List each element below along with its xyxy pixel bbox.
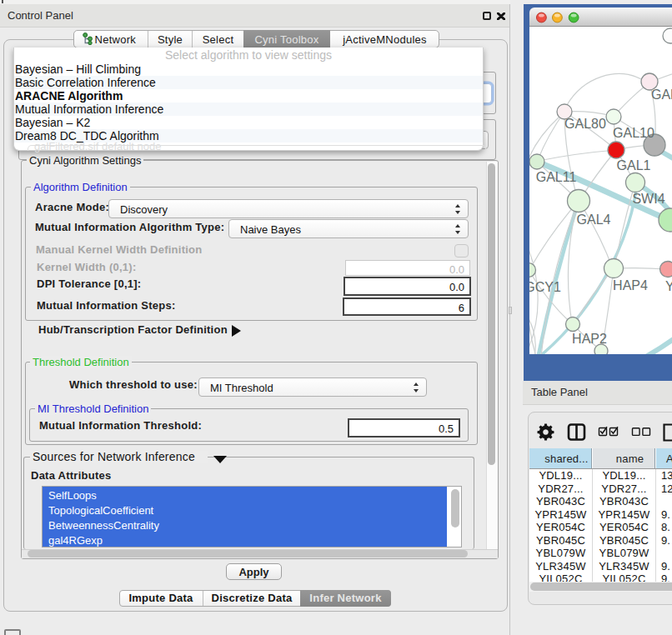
svg-text:GCY1: GCY1 bbox=[529, 280, 561, 294]
svg-text:HAP2: HAP2 bbox=[572, 332, 607, 346]
svg-text:GAL11: GAL11 bbox=[536, 170, 577, 184]
svg-text:SWI4: SWI4 bbox=[632, 192, 664, 206]
svg-text:GAL4: GAL4 bbox=[577, 212, 611, 227]
svg-text:Y: Y bbox=[665, 279, 672, 293]
svg-text:HAP4: HAP4 bbox=[613, 278, 648, 292]
svg-text:GAL1: GAL1 bbox=[617, 158, 651, 172]
svg-text:GAL: GAL bbox=[651, 88, 672, 102]
svg-text:GAL10: GAL10 bbox=[613, 126, 654, 140]
svg-text:GAL80: GAL80 bbox=[564, 117, 606, 131]
